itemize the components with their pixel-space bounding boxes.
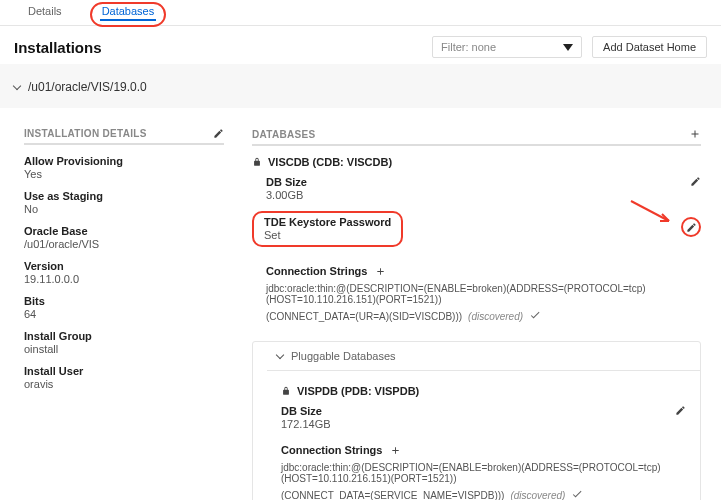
conn-string-line: (CONNECT_DATA=(UR=A)(SID=VISCDB))) (266, 311, 462, 322)
conn-strings-label: Connection Strings (266, 265, 367, 277)
add-conn-string-pdb-button[interactable] (390, 445, 401, 456)
conn-strings-label: Connection Strings (281, 444, 382, 456)
conn-string-line: (CONNECT_DATA=(SERVICE_NAME=VISPDB))) (281, 490, 504, 501)
conn-string-line: jdbc:oracle:thin:@(DESCRIPTION=(ENABLE=b… (266, 283, 701, 305)
annotation-arrow (629, 199, 677, 225)
tde-label: TDE Keystore Password (264, 216, 391, 228)
page-title: Installations (14, 39, 102, 56)
tab-bar: Details Databases (0, 0, 721, 26)
filter-icon (563, 44, 573, 51)
conn-string-line: jdbc:oracle:thin:@(DESCRIPTION=(ENABLE=b… (281, 462, 686, 484)
detail-value: Yes (24, 168, 224, 180)
databases-panel: DATABASES VISCDB (CDB: VISCDB) DB Size 3… (252, 128, 701, 500)
pluggable-title: Pluggable Databases (291, 350, 396, 362)
install-path: /u01/oracle/VIS/19.0.0 (28, 80, 147, 94)
detail-label: Oracle Base (24, 225, 224, 237)
add-conn-string-button[interactable] (375, 266, 386, 277)
check-icon[interactable] (571, 488, 583, 500)
check-icon[interactable] (529, 309, 541, 323)
edit-tde-highlight (681, 217, 701, 237)
add-dataset-home-button[interactable]: Add Dataset Home (592, 36, 707, 58)
chevron-down-icon (276, 351, 284, 359)
edit-tde-button[interactable] (686, 222, 697, 233)
detail-value: 19.11.0.0.0 (24, 273, 224, 285)
detail-label: Version (24, 260, 224, 272)
pdb-name: VISPDB (PDB: VISPDB) (297, 385, 419, 397)
install-path-row: /u01/oracle/VIS/19.0.0 (0, 64, 721, 108)
lock-icon (252, 157, 262, 167)
detail-value: oinstall (24, 343, 224, 355)
tab-databases-highlight: Databases (90, 2, 167, 27)
edit-db-size-button[interactable] (690, 176, 701, 187)
filter-dropdown[interactable]: Filter: none (432, 36, 582, 58)
tab-details[interactable]: Details (24, 1, 66, 25)
installation-details-panel: INSTALLATION DETAILS Allow ProvisioningY… (24, 128, 224, 500)
detail-value: 64 (24, 308, 224, 320)
tab-databases[interactable]: Databases (100, 5, 157, 21)
chevron-down-icon (13, 82, 21, 90)
detail-label: Bits (24, 295, 224, 307)
pluggable-databases-section: Pluggable Databases VISPDB (PDB: VISPDB)… (252, 341, 701, 500)
collapse-toggle[interactable]: /u01/oracle/VIS/19.0.0 (14, 80, 707, 94)
db-size-label: DB Size (266, 176, 307, 188)
pdb-size-value: 172.14GB (281, 418, 331, 430)
content-area: INSTALLATION DETAILS Allow ProvisioningY… (0, 108, 721, 500)
cdb-name: VISCDB (CDB: VISCDB) (268, 156, 392, 168)
add-database-button[interactable] (689, 128, 701, 140)
lock-icon (281, 386, 291, 396)
detail-value: No (24, 203, 224, 215)
detail-label: Allow Provisioning (24, 155, 224, 167)
discovered-tag: (discovered) (468, 311, 523, 322)
edit-pdb-size-button[interactable] (675, 405, 686, 416)
detail-value: oravis (24, 378, 224, 390)
edit-installation-button[interactable] (213, 128, 224, 139)
pluggable-collapse-toggle[interactable]: Pluggable Databases (267, 342, 700, 371)
cdb-size-value: 3.00GB (266, 189, 307, 201)
db-size-label: DB Size (281, 405, 331, 417)
databases-heading: DATABASES (252, 129, 315, 140)
discovered-tag: (discovered) (510, 490, 565, 501)
detail-label: Install User (24, 365, 224, 377)
detail-value: /u01/oracle/VIS (24, 238, 224, 250)
tde-highlight-box: TDE Keystore Password Set (252, 211, 403, 247)
filter-text: Filter: none (441, 41, 496, 53)
page-header: Installations Filter: none Add Dataset H… (0, 26, 721, 64)
installation-details-heading: INSTALLATION DETAILS (24, 128, 147, 139)
detail-label: Install Group (24, 330, 224, 342)
detail-label: Use as Staging (24, 190, 224, 202)
tde-value: Set (264, 229, 391, 241)
